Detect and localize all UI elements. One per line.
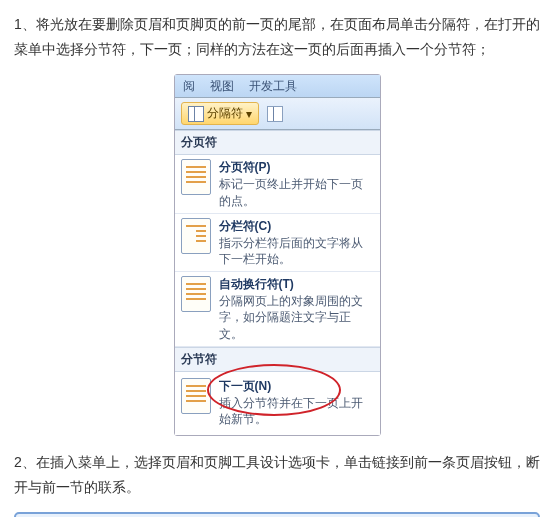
item-text-wrap-break[interactable]: 自动换行符(T) 分隔网页上的对象周围的文字，如分隔题注文字与正文。 (175, 272, 380, 347)
column-break-icon (181, 218, 211, 254)
instruction-step-1: 1、将光放在要删除页眉和页脚页的前一页的尾部，在页面布局单击分隔符，在打开的菜单… (14, 12, 540, 62)
dropdown-context-tabs: 阅 视图 开发工具 (175, 75, 380, 98)
instruction-step-2: 2、在插入菜单上，选择页眉和页脚工具设计选项卡，单击链接到前一条页眉按钮，断开与… (14, 450, 540, 500)
item-next-page-section[interactable]: 下一页(N) 插入分节符并在下一页上开始新节。 (175, 372, 380, 435)
text-wrap-icon (181, 276, 211, 312)
breaks-icon (188, 106, 204, 122)
page-breaks-header: 分页符 (175, 130, 380, 155)
ribbon-misc-icon (267, 106, 283, 122)
section-breaks-header: 分节符 (175, 347, 380, 372)
breaks-button[interactable]: 分隔符▾ (181, 102, 259, 125)
item-page-break[interactable]: 分页符(P) 标记一页终止并开始下一页的点。 (175, 155, 380, 213)
page-break-icon (181, 159, 211, 195)
figure-ribbon: 文档 1 - Microsoft Word 页眉和页脚工具 开始 插入 页面布局… (14, 512, 540, 517)
figure-breaks-dropdown: 阅 视图 开发工具 分隔符▾ 分页符 分页符(P) 标记一页终止并开始下一页的点… (14, 74, 540, 436)
item-column-break[interactable]: 分栏符(C) 指示分栏符后面的文字将从下一栏开始。 (175, 214, 380, 272)
next-page-icon (181, 378, 211, 414)
